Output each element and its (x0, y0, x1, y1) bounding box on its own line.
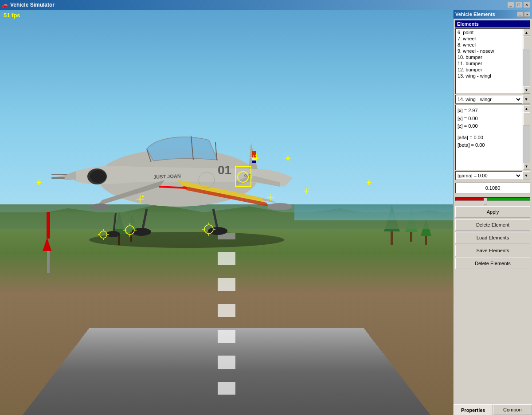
scroll-up-button[interactable]: ▲ (523, 29, 530, 36)
elements-list[interactable]: 6. point7. wheel8. wheel9. wheel - nosew… (456, 29, 530, 94)
gama-dropdown-arrow[interactable]: ▼ (522, 171, 530, 180)
props-scroll-down[interactable]: ▼ (523, 163, 530, 170)
panel-title-bar: Vehicle Elements _ × (454, 10, 532, 19)
svg-text:01: 01 (218, 163, 231, 177)
props-scrollbar[interactable]: ▲ ▼ (523, 105, 530, 170)
prop-alfa: [alfa] = 0.00 (458, 134, 528, 142)
delete-element-button[interactable]: Delete Element (455, 219, 530, 231)
elements-scrollbar[interactable]: ▲ ▼ (523, 29, 530, 94)
list-item[interactable]: 6. point (456, 29, 529, 35)
marker-post-left (45, 212, 51, 273)
svg-rect-19 (51, 174, 67, 175)
scene-crosshair-1: + (36, 178, 42, 188)
app-icon: 🚗 (2, 2, 8, 8)
list-item[interactable]: 11. bumper (456, 60, 529, 67)
element-dropdown-row: 14. wing - wingr ▼ (455, 95, 530, 104)
prop-y: [y] = 0.00 (458, 115, 528, 123)
tab-properties[interactable]: Properties (454, 404, 493, 415)
apply-button[interactable]: Apply (455, 206, 530, 218)
element-dropdown[interactable]: 14. wing - wingr (455, 95, 522, 104)
slider-thumb[interactable] (484, 198, 487, 205)
panel-minimize-button[interactable]: _ (517, 12, 523, 17)
svg-line-1 (142, 209, 147, 231)
aircraft-container: JUST JOAN 01 007 (23, 63, 363, 326)
scene-crosshair-3: + (286, 153, 291, 164)
list-item[interactable]: 8. wheel (456, 42, 529, 48)
svg-point-9 (90, 170, 106, 183)
value-input[interactable] (455, 183, 530, 193)
viewport: 51 fps (0, 10, 453, 415)
dropdown-arrow-button[interactable]: ▼ (522, 95, 530, 104)
prop-x: [x] = 2.97 (458, 107, 528, 115)
maximize-button[interactable]: □ (515, 2, 522, 8)
list-item[interactable]: 7. wheel (456, 35, 529, 42)
svg-line-48 (308, 188, 310, 189)
gama-dropdown-row: [gama] = 0.00 ▼ (455, 171, 530, 180)
scrollbar-thumb[interactable] (523, 36, 530, 49)
elements-section: Elements 6. point7. wheel8. wheel9. whee… (454, 19, 532, 272)
prop-blank (458, 130, 528, 134)
prop-beta: [beta] = 0.00 (458, 141, 528, 149)
properties-content: [x] = 2.97 [y] = 0.00 [z] = 0.00 [alfa] … (456, 105, 530, 151)
gama-dropdown[interactable]: [gama] = 0.00 (455, 171, 522, 180)
svg-point-17 (267, 203, 292, 210)
save-elements-button[interactable]: Save Elements (455, 245, 530, 256)
props-track[interactable] (523, 112, 530, 163)
svg-point-4 (208, 227, 227, 235)
title-bar-left: 🚗 Vehicle Simulator (2, 2, 55, 8)
scrollbar-track[interactable] (523, 36, 530, 86)
panel-close-button[interactable]: × (524, 12, 530, 17)
minimize-button[interactable]: _ (507, 2, 514, 8)
title-bar-controls: _ □ × (507, 2, 530, 8)
list-item[interactable]: 9. wheel - nosew (456, 48, 529, 54)
list-item[interactable]: 10. bumper (456, 54, 529, 60)
elements-list-container: 6. point7. wheel8. wheel9. wheel - nosew… (455, 28, 530, 94)
scroll-down-button[interactable]: ▼ (523, 86, 530, 94)
svg-line-5 (113, 213, 116, 233)
svg-rect-20 (51, 177, 65, 179)
title-bar: 🚗 Vehicle Simulator _ □ × (0, 0, 532, 10)
close-button[interactable]: × (523, 2, 530, 8)
bottom-tabs: Properties Compon (454, 404, 532, 415)
fps-counter: 51 fps (4, 12, 20, 19)
panel-title-buttons: _ × (517, 12, 530, 17)
props-thumb[interactable] (523, 112, 530, 125)
tab-components[interactable]: Compon (493, 404, 532, 415)
svg-point-40 (142, 196, 144, 197)
scene-crosshair-4: + (366, 178, 372, 188)
slider-container (455, 197, 530, 205)
props-scroll-up[interactable]: ▲ (523, 105, 530, 112)
delete-elements-button[interactable]: Delete Elements (455, 258, 530, 269)
panel-title: Vehicle Elements (455, 12, 495, 17)
elements-header: Elements (455, 20, 530, 27)
app-title: Vehicle Simulator (10, 2, 55, 8)
scene-crosshair-2: + (254, 153, 259, 164)
prop-z: [z] = 0.00 (458, 122, 528, 130)
svg-line-3 (213, 209, 218, 230)
svg-point-18 (90, 204, 110, 210)
list-item[interactable]: 12. bumper (456, 67, 529, 73)
svg-text:JUST JOAN: JUST JOAN (153, 173, 181, 180)
svg-point-6 (106, 231, 120, 237)
svg-point-2 (132, 228, 151, 236)
list-item[interactable]: 13. wing - wingl (456, 73, 529, 79)
vehicle-elements-panel: Vehicle Elements _ × Elements 6. point7.… (453, 10, 532, 415)
load-elements-button[interactable]: Load Elements (455, 232, 530, 243)
aircraft-svg: JUST JOAN 01 007 (23, 63, 355, 249)
slider-track[interactable] (455, 197, 530, 201)
properties-container: [x] = 2.97 [y] = 0.00 [z] = 0.00 [alfa] … (455, 105, 530, 170)
